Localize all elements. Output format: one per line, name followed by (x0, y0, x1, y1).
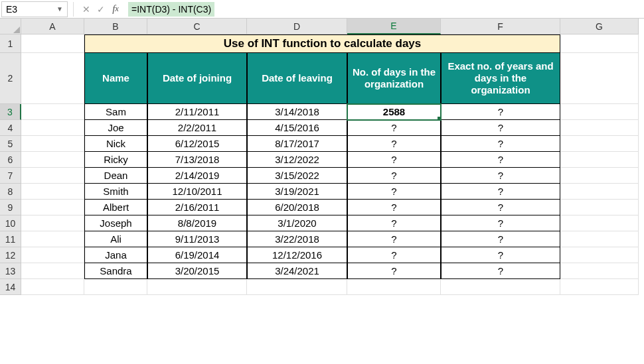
cell-days[interactable]: ? (347, 263, 441, 279)
cell-name[interactable]: Sandra (84, 263, 147, 279)
cell-days[interactable]: ? (347, 120, 441, 136)
row-header-11[interactable]: 11 (0, 231, 21, 247)
row-header-8[interactable]: 8 (0, 184, 21, 200)
cell-joining[interactable]: 3/20/2015 (147, 263, 247, 279)
cell-A2[interactable] (21, 53, 84, 104)
cell-years[interactable]: ? (441, 104, 560, 120)
cell-E14[interactable] (347, 279, 441, 295)
cell-years[interactable]: ? (441, 200, 560, 215)
cell-A1[interactable] (21, 34, 84, 53)
cell-G12[interactable] (560, 247, 639, 263)
cell-leaving[interactable]: 3/24/2021 (247, 263, 347, 279)
cell-G4[interactable] (560, 120, 639, 136)
enter-icon[interactable]: ✓ (94, 2, 108, 17)
cell-name[interactable]: Jana (84, 247, 147, 263)
cell-years[interactable]: ? (441, 120, 560, 136)
cell-name[interactable]: Albert (84, 200, 147, 215)
cell-A10[interactable] (21, 215, 84, 231)
row-header-12[interactable]: 12 (0, 247, 21, 263)
cell-years[interactable]: ? (441, 231, 560, 247)
col-header-F[interactable]: F (441, 19, 560, 34)
chevron-down-icon[interactable]: ▼ (56, 5, 63, 13)
cell-years[interactable]: ? (441, 263, 560, 279)
cell-name[interactable]: Ali (84, 231, 147, 247)
cell-years[interactable]: ? (441, 152, 560, 168)
cell-name[interactable]: Sam (84, 104, 147, 120)
cell-A8[interactable] (21, 184, 84, 200)
formula-input[interactable]: =INT(D3) - INT(C3) (123, 3, 644, 16)
cell-days[interactable]: ? (347, 231, 441, 247)
select-all-corner[interactable] (0, 19, 21, 34)
cell-B14[interactable] (84, 279, 147, 295)
cell-name[interactable]: Nick (84, 136, 147, 152)
cell-G1[interactable] (560, 34, 639, 53)
cell-leaving[interactable]: 3/14/2018 (247, 104, 347, 120)
cell-G11[interactable] (560, 231, 639, 247)
cell-leaving[interactable]: 3/12/2022 (247, 152, 347, 168)
header-leaving[interactable]: Date of leaving (247, 53, 347, 104)
cell-name[interactable]: Joe (84, 120, 147, 136)
cell-joining[interactable]: 12/10/2011 (147, 184, 247, 200)
cell-A9[interactable] (21, 200, 84, 215)
col-header-D[interactable]: D (247, 19, 347, 34)
row-header-3[interactable]: 3 (0, 104, 21, 120)
cell-G13[interactable] (560, 263, 639, 279)
cell-years[interactable]: ? (441, 136, 560, 152)
cell-days[interactable]: 2588 (347, 104, 441, 120)
cell-days[interactable]: ? (347, 200, 441, 215)
cell-days[interactable]: ? (347, 152, 441, 168)
cell-joining[interactable]: 2/14/2019 (147, 168, 247, 184)
cell-joining[interactable]: 8/8/2019 (147, 215, 247, 231)
cell-years[interactable]: ? (441, 168, 560, 184)
header-name[interactable]: Name (84, 53, 147, 104)
cell-G3[interactable] (560, 104, 639, 120)
cell-leaving[interactable]: 6/20/2018 (247, 200, 347, 215)
fx-icon[interactable]: fx (108, 2, 123, 17)
cell-A5[interactable] (21, 136, 84, 152)
cell-G7[interactable] (560, 168, 639, 184)
cell-name[interactable]: Joseph (84, 215, 147, 231)
cell-days[interactable]: ? (347, 168, 441, 184)
row-header-10[interactable]: 10 (0, 215, 21, 231)
cell-A13[interactable] (21, 263, 84, 279)
cell-leaving[interactable]: 3/22/2018 (247, 231, 347, 247)
row-header-13[interactable]: 13 (0, 263, 21, 279)
cell-name[interactable]: Smith (84, 184, 147, 200)
cell-leaving[interactable]: 8/17/2017 (247, 136, 347, 152)
col-header-A[interactable]: A (21, 19, 84, 34)
cell-days[interactable]: ? (347, 247, 441, 263)
col-header-E[interactable]: E (347, 19, 441, 34)
row-header-14[interactable]: 14 (0, 279, 21, 295)
cell-joining[interactable]: 2/16/2011 (147, 200, 247, 215)
cell-A11[interactable] (21, 231, 84, 247)
header-days[interactable]: No. of days in the organization (347, 53, 441, 104)
row-header-9[interactable]: 9 (0, 200, 21, 215)
cell-joining[interactable]: 2/11/2011 (147, 104, 247, 120)
cell-leaving[interactable]: 3/19/2021 (247, 184, 347, 200)
cell-name[interactable]: Dean (84, 168, 147, 184)
cell-leaving[interactable]: 4/15/2016 (247, 120, 347, 136)
row-header-2[interactable]: 2 (0, 53, 21, 104)
cell-G8[interactable] (560, 184, 639, 200)
cell-A7[interactable] (21, 168, 84, 184)
cell-joining[interactable]: 6/12/2015 (147, 136, 247, 152)
cell-leaving[interactable]: 12/12/2016 (247, 247, 347, 263)
cell-joining[interactable]: 2/2/2011 (147, 120, 247, 136)
cell-days[interactable]: ? (347, 136, 441, 152)
cell-C14[interactable] (147, 279, 247, 295)
row-header-5[interactable]: 5 (0, 136, 21, 152)
cell-G6[interactable] (560, 152, 639, 168)
cell-A14[interactable] (21, 279, 84, 295)
cell-years[interactable]: ? (441, 215, 560, 231)
cell-leaving[interactable]: 3/1/2020 (247, 215, 347, 231)
cell-joining[interactable]: 9/11/2013 (147, 231, 247, 247)
cell-years[interactable]: ? (441, 247, 560, 263)
cell-days[interactable]: ? (347, 215, 441, 231)
name-box[interactable]: E3 ▼ (1, 1, 68, 17)
cell-G14[interactable] (560, 279, 639, 295)
cell-F14[interactable] (441, 279, 560, 295)
cell-name[interactable]: Ricky (84, 152, 147, 168)
cell-A4[interactable] (21, 120, 84, 136)
row-header-1[interactable]: 1 (0, 34, 21, 53)
title-cell[interactable]: Use of INT function to calculate days (84, 34, 560, 53)
